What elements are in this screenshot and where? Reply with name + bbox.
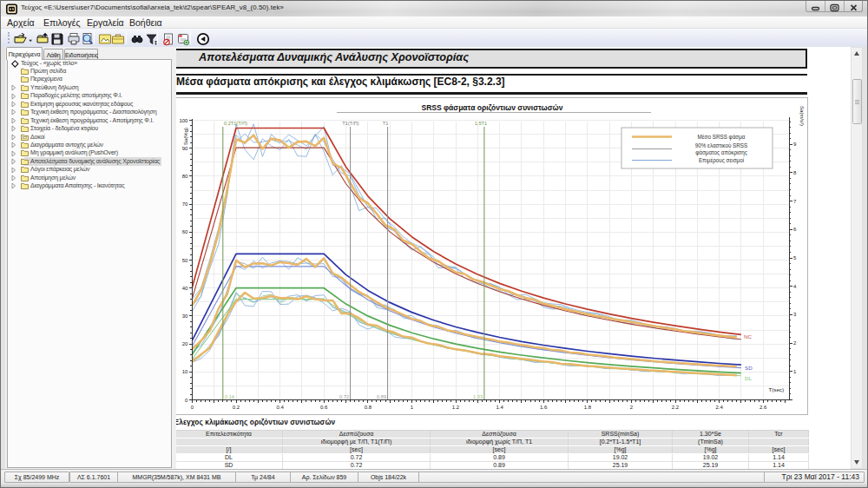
svg-text:2.2: 2.2 [672,405,680,410]
svg-text:0.72: 0.72 [339,394,349,399]
svg-text:0.4: 0.4 [276,405,284,410]
svg-text:T1(Τ/Π): T1(Τ/Π) [342,121,358,126]
svg-text:NC: NC [744,333,752,340]
svg-text:SRSS φάσματα οριζόντιων συνιστ: SRSS φάσματα οριζόντιων συνιστωσών [422,103,563,112]
svg-text:0.89: 0.89 [377,394,386,399]
svg-text:0.8: 0.8 [365,405,372,410]
svg-text:2.6: 2.6 [760,405,767,410]
svg-text:30: 30 [182,313,188,319]
svg-text:90% ελαστικού SRSS: 90% ελαστικού SRSS [695,142,748,148]
svg-text:Sa(%g): Sa(%g) [183,128,188,145]
svg-text:20: 20 [182,341,188,346]
svg-text:T(sec): T(sec) [768,386,784,392]
svg-text:0.2: 0.2 [233,405,240,410]
svg-text:1.5T1: 1.5T1 [475,121,487,126]
svg-text:0.14: 0.14 [225,394,234,399]
svg-text:0.6: 0.6 [320,405,328,410]
svg-text:1.4: 1.4 [496,405,503,410]
svg-text:0.2T1(Τ/Π): 0.2T1(Τ/Π) [224,121,247,126]
svg-text:50: 50 [182,258,188,263]
svg-text:40: 40 [182,286,188,291]
svg-text:Επιμέρους σεισμοί: Επιμέρους σεισμοί [699,157,745,164]
svg-text:SD: SD [745,365,753,371]
svg-text:Sa(m/s²): Sa(m/s²) [799,106,805,126]
svg-text:1.33: 1.33 [473,394,483,399]
svg-text:90: 90 [182,146,188,151]
svg-text:1.2: 1.2 [452,405,460,410]
svg-text:1.6: 1.6 [540,405,548,410]
svg-text:Μέσο SRSS φάσμα: Μέσο SRSS φάσμα [698,134,746,141]
svg-text:2.4: 2.4 [715,405,723,410]
svg-text:DL: DL [745,375,752,381]
svg-text:1.8: 1.8 [584,405,592,410]
svg-text:10: 10 [182,369,188,374]
svg-text:φάσματος απόκρισης: φάσματος απόκρισης [695,149,747,156]
svg-text:80: 80 [182,174,188,179]
svg-text:70: 70 [182,201,188,207]
svg-text:100: 100 [179,118,188,123]
svg-text:T1: T1 [383,121,389,126]
svg-text:60: 60 [182,229,188,234]
